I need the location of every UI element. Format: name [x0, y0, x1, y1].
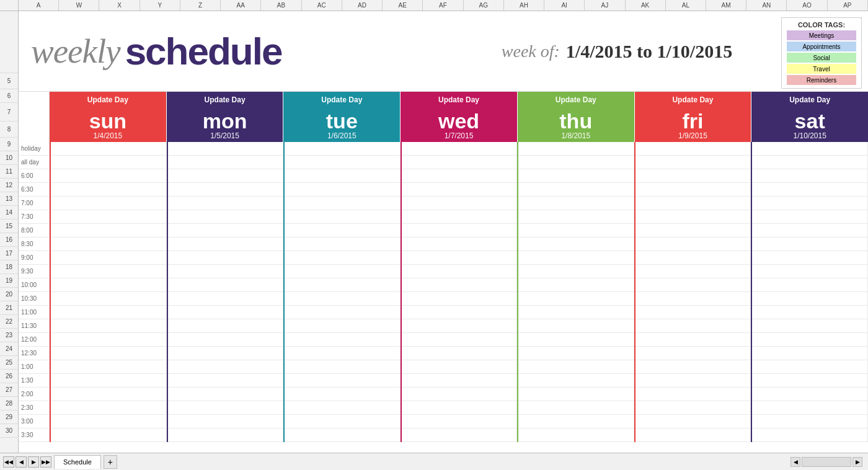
col-header-AO[interactable]: AO — [787, 0, 827, 11]
time-cell-day-4-slot-1[interactable] — [517, 156, 634, 169]
time-cell-day-3-slot-2[interactable] — [401, 169, 518, 183]
time-cell-day-0-slot-12[interactable] — [50, 306, 167, 319]
time-cell-day-4-slot-6[interactable] — [517, 224, 634, 237]
time-cell-day-3-slot-3[interactable] — [401, 183, 518, 197]
time-cell-day-1-slot-15[interactable] — [167, 347, 284, 360]
time-cell-day-2-slot-1[interactable] — [283, 156, 401, 169]
time-cell-day-6-slot-20[interactable] — [751, 415, 868, 428]
time-cell-day-6-slot-15[interactable] — [751, 347, 868, 360]
time-cell-day-2-slot-12[interactable] — [283, 306, 401, 319]
time-cell-day-4-slot-3[interactable] — [517, 183, 634, 197]
time-cell-day-2-slot-17[interactable] — [283, 374, 401, 388]
time-cell-day-2-slot-8[interactable] — [283, 251, 401, 265]
time-cell-day-1-slot-1[interactable] — [167, 156, 284, 169]
time-cell-day-0-slot-6[interactable] — [50, 224, 167, 237]
time-cell-day-0-slot-16[interactable] — [50, 360, 167, 374]
time-cell-day-1-slot-0[interactable] — [167, 142, 284, 156]
time-cell-day-2-slot-2[interactable] — [283, 169, 401, 183]
time-cell-day-6-slot-1[interactable] — [751, 156, 868, 169]
col-header-AC[interactable]: AC — [302, 0, 342, 11]
time-cell-day-6-slot-18[interactable] — [751, 388, 868, 401]
time-cell-day-4-slot-0[interactable] — [517, 142, 634, 156]
time-cell-day-3-slot-6[interactable] — [401, 224, 518, 237]
time-cell-day-5-slot-0[interactable] — [634, 142, 751, 156]
time-cell-day-3-slot-14[interactable] — [401, 333, 518, 347]
time-cell-day-4-slot-8[interactable] — [517, 251, 634, 265]
col-header-AL[interactable]: AL — [666, 0, 706, 11]
time-cell-day-4-slot-12[interactable] — [517, 306, 634, 319]
time-cell-day-3-slot-13[interactable] — [401, 319, 518, 333]
time-cell-day-5-slot-17[interactable] — [634, 374, 751, 388]
h-scrollbar-track[interactable] — [802, 457, 851, 467]
time-cell-day-5-slot-14[interactable] — [634, 333, 751, 347]
time-cell-day-5-slot-13[interactable] — [634, 319, 751, 333]
time-cell-day-1-slot-10[interactable] — [167, 278, 284, 292]
time-cell-day-5-slot-20[interactable] — [634, 415, 751, 428]
time-cell-day-6-slot-10[interactable] — [751, 278, 868, 292]
time-cell-day-1-slot-8[interactable] — [167, 251, 284, 265]
time-cell-day-0-slot-20[interactable] — [50, 415, 167, 428]
scroll-right-btn[interactable]: ▶ — [852, 457, 862, 467]
col-header-AP[interactable]: AP — [828, 0, 868, 11]
time-cell-day-2-slot-5[interactable] — [283, 210, 401, 224]
col-header-AJ[interactable]: AJ — [585, 0, 625, 11]
time-cell-day-6-slot-14[interactable] — [751, 333, 868, 347]
update-day-thu[interactable]: Update Day — [518, 92, 635, 108]
time-cell-day-6-slot-5[interactable] — [751, 210, 868, 224]
time-cell-day-2-slot-7[interactable] — [283, 237, 401, 251]
nav-next-btn[interactable]: ▶ — [28, 456, 39, 468]
col-header-AG[interactable]: AG — [464, 0, 504, 11]
col-header-AD[interactable]: AD — [342, 0, 383, 11]
time-cell-day-0-slot-15[interactable] — [50, 347, 167, 360]
time-cell-day-5-slot-5[interactable] — [634, 210, 751, 224]
time-cell-day-3-slot-4[interactable] — [401, 197, 518, 210]
time-cell-day-0-slot-10[interactable] — [50, 278, 167, 292]
time-cell-day-1-slot-21[interactable] — [167, 428, 284, 442]
time-cell-day-1-slot-4[interactable] — [167, 197, 284, 210]
time-cell-day-6-slot-2[interactable] — [751, 169, 868, 183]
time-cell-day-0-slot-3[interactable] — [50, 183, 167, 197]
time-cell-day-5-slot-4[interactable] — [634, 197, 751, 210]
time-cell-day-4-slot-15[interactable] — [517, 347, 634, 360]
col-header-AF[interactable]: AF — [423, 0, 463, 11]
col-header-Y[interactable]: Y — [140, 0, 180, 11]
time-cell-day-1-slot-20[interactable] — [167, 415, 284, 428]
col-header-AM[interactable]: AM — [706, 0, 746, 11]
update-day-sat[interactable]: Update Day — [751, 92, 868, 108]
time-cell-day-3-slot-12[interactable] — [401, 306, 518, 319]
time-cell-day-0-slot-18[interactable] — [50, 388, 167, 401]
time-cell-day-6-slot-21[interactable] — [751, 428, 868, 442]
time-cell-day-5-slot-9[interactable] — [634, 265, 751, 278]
time-cell-day-0-slot-0[interactable] — [50, 142, 167, 156]
time-cell-day-5-slot-2[interactable] — [634, 169, 751, 183]
time-cell-day-5-slot-6[interactable] — [634, 224, 751, 237]
time-cell-day-0-slot-4[interactable] — [50, 197, 167, 210]
time-cell-day-5-slot-3[interactable] — [634, 183, 751, 197]
time-cell-day-5-slot-12[interactable] — [634, 306, 751, 319]
time-cell-day-5-slot-7[interactable] — [634, 237, 751, 251]
time-cell-day-0-slot-17[interactable] — [50, 374, 167, 388]
time-cell-day-1-slot-12[interactable] — [167, 306, 284, 319]
time-cell-day-5-slot-1[interactable] — [634, 156, 751, 169]
time-cell-day-0-slot-2[interactable] — [50, 169, 167, 183]
time-cell-day-3-slot-9[interactable] — [401, 265, 518, 278]
time-cell-day-3-slot-19[interactable] — [401, 401, 518, 415]
sheet-tab-schedule[interactable]: Schedule — [54, 455, 101, 469]
update-day-wed[interactable]: Update Day — [401, 92, 518, 108]
time-cell-day-6-slot-19[interactable] — [751, 401, 868, 415]
time-cell-day-3-slot-5[interactable] — [401, 210, 518, 224]
time-cell-day-2-slot-13[interactable] — [283, 319, 401, 333]
time-cell-day-3-slot-1[interactable] — [401, 156, 518, 169]
time-cell-day-2-slot-3[interactable] — [283, 183, 401, 197]
time-cell-day-4-slot-21[interactable] — [517, 428, 634, 442]
time-cell-day-3-slot-16[interactable] — [401, 360, 518, 374]
time-cell-day-2-slot-9[interactable] — [283, 265, 401, 278]
time-cell-day-3-slot-0[interactable] — [401, 142, 518, 156]
col-header-AA[interactable]: AA — [221, 0, 261, 11]
time-cell-day-6-slot-4[interactable] — [751, 197, 868, 210]
col-header-AK[interactable]: AK — [626, 0, 666, 11]
scroll-left-btn[interactable]: ◀ — [790, 457, 800, 467]
col-header-X[interactable]: X — [99, 0, 140, 11]
time-cell-day-2-slot-20[interactable] — [283, 415, 401, 428]
time-cell-day-0-slot-19[interactable] — [50, 401, 167, 415]
